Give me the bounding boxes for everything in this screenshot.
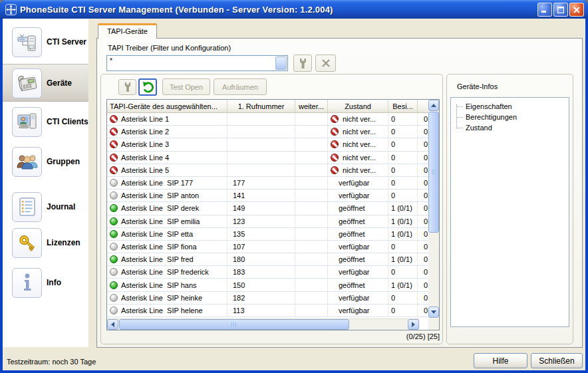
sidebar: CTI Server [3, 19, 88, 347]
tab-tapi-geraete[interactable]: TAPI-Geräte [98, 23, 157, 39]
column-header-zustand[interactable]: Zustand [328, 100, 388, 112]
device-name: Asterisk Line SIP frederick [121, 268, 209, 276]
table-row[interactable]: Asterisk Line SIP etta 135 geöffnet 1 (0… [107, 228, 430, 241]
maximize-button[interactable] [553, 3, 568, 17]
titlebar[interactable]: PhoneSuite CTI Server Management (Verbun… [0, 0, 588, 19]
device-status-icon [110, 230, 118, 238]
extra-value: 0 [424, 243, 428, 251]
table-row[interactable]: Asterisk Line SIP frederick 183 verfügba… [107, 266, 430, 279]
table-row[interactable]: Asterisk Line SIP derek 149 geöffnet 1 (… [107, 202, 430, 215]
zustand-value: nicht ver... [343, 115, 376, 123]
device-status-icon [110, 243, 118, 251]
table-row[interactable]: Asterisk Line 1 nicht ver... 0 0 [107, 113, 430, 126]
table-row[interactable]: Asterisk Line 3 nicht ver... 0 0 [107, 138, 430, 151]
device-status-icon [110, 217, 118, 225]
vertical-scrollbar[interactable] [428, 100, 439, 318]
sidebar-item-gruppen[interactable]: Gruppen [12, 146, 88, 177]
window-body: CTI Server [3, 19, 585, 370]
aufraeumen-button[interactable]: Aufräumen [214, 78, 267, 95]
scroll-left-button[interactable] [107, 319, 118, 330]
device-name: Asterisk Line SIP helene [121, 307, 203, 314]
device-name: Asterisk Line SIP fiona [121, 243, 197, 251]
zustand-value: geöffnet [339, 230, 365, 238]
toolbar-configure-button[interactable] [118, 79, 136, 95]
zustand-value: geöffnet [339, 217, 365, 225]
help-button[interactable]: Hilfe [474, 353, 527, 368]
table-row[interactable]: Asterisk Line 4 nicht ver... 0 0 [107, 152, 430, 164]
rufnummer-value: 183 [233, 268, 245, 276]
extra-value: 0 [424, 255, 428, 263]
besitzer-value: 0 [391, 179, 395, 187]
sidebar-item-lizenzen[interactable]: Lizenzen [12, 227, 88, 258]
table-row[interactable]: Asterisk Line SIP fred 180 geöffnet 1 (0… [107, 253, 430, 266]
device-name: Asterisk Line SIP derek [121, 204, 199, 212]
table-row[interactable]: Asterisk Line 2 nicht ver... 0 0 [107, 126, 430, 138]
sidebar-item-cti-clients[interactable]: CTI Clients [12, 106, 88, 137]
tree-item-berechtigungen[interactable]: Berechtigungen [456, 112, 517, 122]
tree-branch-icon [456, 117, 463, 118]
tree-item-eigenschaften[interactable]: Eigenschaften [456, 101, 517, 112]
test-open-button[interactable]: Test Open [162, 78, 210, 95]
extra-value: 0 [424, 179, 428, 187]
device-status-icon [110, 191, 118, 199]
table-row[interactable]: Asterisk Line SIP emilia 123 geöffnet 1 … [107, 215, 430, 228]
scroll-left-icon [111, 322, 114, 327]
configure-driver-button[interactable] [293, 55, 312, 72]
vertical-scrollbar-thumb[interactable] [428, 112, 439, 233]
horizontal-scrollbar-thumb[interactable] [119, 319, 349, 330]
zustand-value: nicht ver... [343, 128, 376, 136]
zustand-value: geöffnet [339, 281, 365, 289]
sidebar-item-journal[interactable]: Journal [12, 191, 88, 222]
tree-item-zustand[interactable]: Zustand [456, 122, 517, 133]
table-row[interactable]: Asterisk Line SIP heinke 182 verfügbar 0… [107, 292, 430, 305]
table-row[interactable]: Asterisk Line SIP fiona 107 verfügbar 0 … [107, 241, 430, 253]
besitzer-value: 1 (0/1) [391, 281, 412, 289]
device-info-tree: Eigenschaften Berechtigungen Zustand [450, 97, 569, 327]
tree-branch-icon [456, 128, 463, 128]
sidebar-item-cti-server[interactable]: CTI Server [12, 27, 88, 57]
sidebar-item-geraete[interactable]: Geräte [12, 68, 88, 98]
extra-value: 0 [424, 191, 428, 199]
besitzer-value: 0 [391, 115, 395, 123]
horizontal-scrollbar[interactable] [107, 318, 419, 330]
close-button[interactable] [569, 3, 584, 17]
column-header-weitere[interactable]: weiter... [295, 100, 328, 112]
rufnummer-value: 123 [233, 217, 245, 225]
extra-value: 0 [424, 281, 428, 289]
besitzer-value: 0 [391, 243, 395, 251]
device-name: Asterisk Line 2 [121, 128, 169, 136]
column-header-besitzer[interactable]: Besi... [388, 100, 418, 112]
clear-x-icon [321, 59, 331, 68]
refresh-button[interactable] [138, 78, 157, 96]
table-row[interactable]: Asterisk Line SIP hans 150 geöffnet 1 (0… [107, 279, 430, 291]
scroll-down-button[interactable] [428, 307, 439, 318]
extra-value: 0 [424, 204, 428, 212]
extra-value: 0 [424, 166, 428, 174]
table-row[interactable]: Asterisk Line SIP anton 141 verfügbar 0 … [107, 189, 430, 202]
sidebar-item-label: Lizenzen [47, 238, 80, 247]
table-row[interactable]: Asterisk Line SIP 177 177 verfügbar 0 0 [107, 177, 430, 189]
minimize-button[interactable] [537, 3, 552, 17]
device-status-icon [110, 179, 118, 187]
close-dialog-button[interactable]: Schließen [531, 353, 583, 368]
tab-label: TAPI-Geräte [107, 27, 148, 35]
zustand-status-icon [331, 140, 339, 148]
sidebar-item-info[interactable]: Info [12, 267, 88, 298]
tree-item-label: Berechtigungen [466, 113, 517, 121]
device-status-icon [110, 255, 118, 263]
scrollbar-corner [428, 318, 439, 330]
table-row[interactable]: Asterisk Line SIP helene 113 verfügbar 0… [107, 305, 430, 317]
table-row[interactable]: Asterisk Line 5 nicht ver... 0 0 [107, 164, 430, 177]
combobox-dropdown-button[interactable] [275, 57, 287, 70]
extra-value: 0 [424, 217, 428, 225]
clear-filter-button[interactable] [315, 55, 336, 72]
zustand-status-icon [331, 166, 339, 174]
tapi-driver-combobox[interactable]: * [106, 55, 288, 71]
zustand-value: nicht ver... [343, 140, 376, 148]
scroll-right-button[interactable] [408, 319, 419, 330]
rufnummer-value: 182 [233, 294, 245, 302]
column-header-name[interactable]: TAPI-Geräte des ausgewählten... [107, 100, 227, 112]
device-status-icon [110, 281, 118, 289]
scroll-up-button[interactable] [428, 100, 439, 111]
column-header-rufnummer[interactable]: 1. Rufnummer [227, 100, 295, 112]
